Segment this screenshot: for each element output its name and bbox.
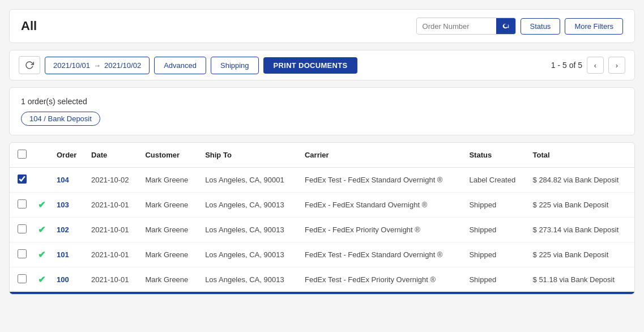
col-carrier-header: Carrier — [299, 143, 463, 168]
col-date-header: Date — [86, 143, 139, 168]
row-checkbox[interactable] — [18, 274, 27, 283]
row-status-icon-cell: ✔ — [32, 267, 51, 292]
toolbar-bar: 2021/10/01 → 2021/10/02 Advanced Shippin… — [9, 50, 635, 80]
row-carrier: FedEx Test - FedEx Standard Overnight ® — [299, 242, 463, 267]
row-status: Shipped — [463, 242, 527, 267]
order-link[interactable]: 101 — [57, 250, 69, 259]
shipped-check-icon: ✔ — [38, 250, 45, 259]
row-ship-to: Los Angeles, CA, 90013 — [199, 267, 299, 292]
search-button[interactable] — [496, 18, 515, 34]
col-icon-header — [32, 143, 51, 168]
row-status-icon-cell: ✔ — [32, 193, 51, 218]
row-ship-to: Los Angeles, CA, 90013 — [199, 242, 299, 267]
shipped-check-icon: ✔ — [38, 275, 45, 284]
order-link[interactable]: 103 — [57, 201, 69, 209]
row-order-id[interactable]: 104 — [51, 168, 86, 193]
advanced-button[interactable]: Advanced — [154, 57, 206, 74]
page-title: All — [21, 19, 37, 33]
table-row: ✔1002021-10-01Mark GreeneLos Angeles, CA… — [10, 267, 634, 292]
row-customer: Mark Greene — [139, 193, 199, 218]
pagination-text: 1 - 5 of 5 — [551, 61, 582, 70]
search-icon — [502, 22, 510, 30]
row-checkbox[interactable] — [18, 174, 27, 184]
row-total: $ 273.14 via Bank Deposit — [527, 218, 634, 242]
status-filter-button[interactable]: Status — [521, 18, 561, 35]
row-status-icon-cell: ✔ — [32, 218, 51, 242]
row-checkbox-cell[interactable] — [10, 168, 32, 193]
row-total: $ 225 via Bank Deposit — [527, 242, 634, 267]
row-status-icon-cell: ✔ — [32, 242, 51, 267]
row-carrier: FedEx - FedEx Priority Overnight ® — [299, 218, 463, 242]
order-link[interactable]: 102 — [57, 225, 69, 234]
shipping-button[interactable]: Shipping — [211, 57, 259, 74]
row-status: Shipped — [463, 267, 527, 292]
row-date: 2021-10-02 — [86, 168, 139, 193]
select-all-checkbox[interactable] — [18, 150, 27, 159]
order-link[interactable]: 104 — [57, 176, 69, 184]
row-ship-to: Los Angeles, CA, 90001 — [199, 168, 299, 193]
row-checkbox-cell[interactable] — [10, 242, 32, 267]
print-documents-button[interactable]: PRINT DOCUMENTS — [263, 57, 358, 74]
shipped-check-icon: ✔ — [38, 200, 45, 210]
row-status: Shipped — [463, 193, 527, 218]
row-total: $ 284.82 via Bank Deposit — [527, 168, 634, 193]
row-carrier: FedEx Test - FedEx Standard Overnight ® — [299, 168, 463, 193]
row-ship-to: Los Angeles, CA, 90013 — [199, 193, 299, 218]
date-to: 2021/10/02 — [104, 61, 141, 70]
prev-page-button[interactable]: ‹ — [587, 57, 604, 74]
row-checkbox[interactable] — [18, 249, 27, 258]
table-row: 1042021-10-02Mark GreeneLos Angeles, CA,… — [10, 168, 634, 193]
more-filters-button[interactable]: More Filters — [565, 18, 623, 35]
col-status-header: Status — [463, 143, 527, 168]
row-status-icon-cell — [32, 168, 51, 193]
date-range-button[interactable]: 2021/10/01 → 2021/10/02 — [45, 57, 150, 74]
refresh-icon — [25, 61, 34, 70]
orders-table: Order Date Customer Ship To Carrier Stat… — [10, 143, 634, 292]
refresh-button[interactable] — [19, 56, 40, 74]
arrow-icon: → — [93, 61, 101, 70]
header-controls: Status More Filters — [416, 18, 623, 35]
table-row: ✔1032021-10-01Mark GreeneLos Angeles, CA… — [10, 193, 634, 218]
row-customer: Mark Greene — [139, 218, 199, 242]
row-checkbox[interactable] — [18, 224, 27, 233]
row-date: 2021-10-01 — [86, 218, 139, 242]
row-order-id[interactable]: 101 — [51, 242, 86, 267]
table-header-row: Order Date Customer Ship To Carrier Stat… — [10, 143, 634, 168]
row-carrier: FedEx - FedEx Standard Overnight ® — [299, 193, 463, 218]
selection-count: 1 order(s) selected — [21, 97, 623, 106]
row-total: $ 225 via Bank Deposit — [527, 193, 634, 218]
row-ship-to: Los Angeles, CA, 90013 — [199, 218, 299, 242]
row-carrier: FedEx Test - FedEx Priority Overnight ® — [299, 267, 463, 292]
row-date: 2021-10-01 — [86, 242, 139, 267]
search-wrapper — [416, 18, 516, 35]
row-checkbox-cell[interactable] — [10, 193, 32, 218]
row-checkbox-cell[interactable] — [10, 267, 32, 292]
select-all-header[interactable] — [10, 143, 32, 168]
date-from: 2021/10/01 — [53, 61, 90, 70]
row-customer: Mark Greene — [139, 242, 199, 267]
row-date: 2021-10-01 — [86, 267, 139, 292]
col-order-header: Order — [51, 143, 86, 168]
bottom-accent-line — [10, 292, 634, 294]
row-checkbox-cell[interactable] — [10, 218, 32, 242]
order-link[interactable]: 100 — [57, 275, 69, 284]
order-number-input[interactable] — [417, 19, 496, 34]
row-total: $ 51.18 via Bank Deposit — [527, 267, 634, 292]
next-page-button[interactable]: › — [608, 57, 625, 74]
header-bar: All Status More Filters — [9, 9, 635, 43]
row-order-id[interactable]: 100 — [51, 267, 86, 292]
row-order-id[interactable]: 102 — [51, 218, 86, 242]
row-checkbox[interactable] — [18, 199, 27, 208]
selection-tag[interactable]: 104 / Bank Deposit — [21, 112, 100, 126]
selection-panel: 1 order(s) selected 104 / Bank Deposit — [9, 87, 635, 135]
table-row: ✔1022021-10-01Mark GreeneLos Angeles, CA… — [10, 218, 634, 242]
row-customer: Mark Greene — [139, 267, 199, 292]
shipped-check-icon: ✔ — [38, 225, 45, 235]
col-customer-header: Customer — [139, 143, 199, 168]
col-shipto-header: Ship To — [199, 143, 299, 168]
row-status: Shipped — [463, 218, 527, 242]
row-status: Label Created — [463, 168, 527, 193]
row-customer: Mark Greene — [139, 168, 199, 193]
row-order-id[interactable]: 103 — [51, 193, 86, 218]
col-total-header: Total — [527, 143, 634, 168]
